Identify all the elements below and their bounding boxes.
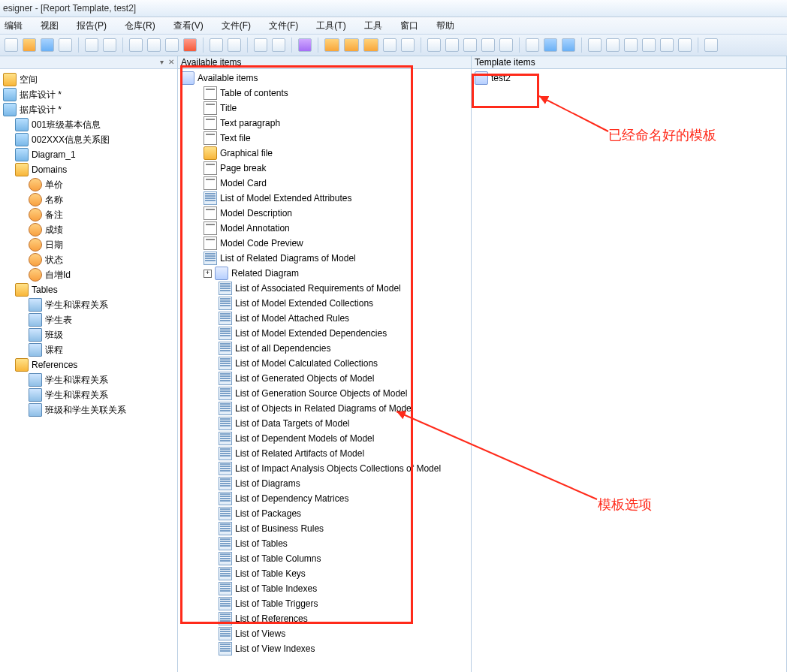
- tree-node[interactable]: 据库设计 *: [2, 87, 176, 102]
- available-item[interactable]: List of Related Artifacts of Model: [178, 446, 471, 461]
- toolbar-zoom-icon[interactable]: [704, 38, 718, 52]
- toolbar-folder-icon[interactable]: [324, 38, 339, 52]
- tree-node[interactable]: 001班级基本信息: [2, 117, 176, 132]
- available-item[interactable]: List of all Dependencies: [178, 341, 471, 356]
- menu-bar[interactable]: 编辑视图报告(P)仓库(R)查看(V)文件(F)文件(F)工具(T)工具窗口帮助: [0, 17, 787, 35]
- toolbar-copy-icon[interactable]: [147, 38, 161, 52]
- expand-icon[interactable]: +: [204, 270, 212, 278]
- available-item[interactable]: List of Generation Source Objects of Mod…: [178, 386, 471, 401]
- toolbar-align-1[interactable]: [588, 38, 602, 52]
- available-item[interactable]: List of Table Triggers: [178, 596, 471, 611]
- toolbar-btn-10[interactable]: [526, 38, 539, 52]
- toolbar-btn-2[interactable]: [272, 38, 285, 52]
- menu-item[interactable]: 工具: [364, 20, 382, 32]
- toolbar-btn-3[interactable]: [383, 38, 397, 52]
- available-item[interactable]: List of Related Diagrams of Model: [178, 251, 471, 266]
- tree-node[interactable]: 据库设计 *: [2, 102, 176, 117]
- available-item[interactable]: List of Packages: [178, 506, 471, 521]
- tree-node[interactable]: 学生和课程关系: [2, 297, 176, 312]
- available-item[interactable]: List of Table Keys: [178, 566, 471, 581]
- toolbar-align-2[interactable]: [606, 38, 620, 52]
- toolbar-align-4[interactable]: [642, 38, 656, 52]
- available-item[interactable]: Page break: [178, 161, 471, 176]
- toolbar-align-5[interactable]: [660, 38, 674, 52]
- available-item[interactable]: Model Code Preview: [178, 236, 471, 251]
- tree-node[interactable]: 班级: [2, 327, 176, 342]
- available-item[interactable]: Title: [178, 101, 471, 116]
- available-item[interactable]: List of Associated Requirements of Model: [178, 281, 471, 296]
- menu-item[interactable]: 编辑: [5, 20, 23, 32]
- menu-item[interactable]: 文件(F): [269, 20, 298, 32]
- tree-node[interactable]: References: [2, 357, 176, 372]
- toolbar-folder-open-icon[interactable]: [344, 38, 359, 52]
- toolbar-btn-5[interactable]: [427, 38, 441, 52]
- toolbar-btn-7[interactable]: [463, 38, 477, 52]
- toolbar-redo-icon[interactable]: [228, 38, 241, 52]
- object-tree[interactable]: 空间据库设计 *据库设计 *001班级基本信息002XXX信息关系图Diagra…: [0, 69, 177, 420]
- available-item[interactable]: List of Model Extended Dependencies: [178, 326, 471, 341]
- available-item[interactable]: List of Business Rules: [178, 521, 471, 536]
- available-item[interactable]: List of Model Extended Attributes: [178, 191, 471, 206]
- toolbar-open-icon[interactable]: [23, 38, 36, 52]
- tree-node[interactable]: 名称: [2, 192, 176, 207]
- tree-node[interactable]: 单价: [2, 177, 176, 192]
- available-item[interactable]: List of Tables: [178, 536, 471, 551]
- available-item[interactable]: Text paragraph: [178, 116, 471, 131]
- toolbar-props-icon[interactable]: [103, 38, 116, 52]
- toolbar-btn-4[interactable]: [401, 38, 415, 52]
- toolbar-undo-icon[interactable]: [210, 38, 223, 52]
- toolbar-align-6[interactable]: [678, 38, 692, 52]
- available-item[interactable]: List of Views: [178, 626, 471, 641]
- toolbar-new-icon[interactable]: [5, 38, 18, 52]
- available-item[interactable]: List of Data Targets of Model: [178, 416, 471, 431]
- toolbar-arrow-right-icon[interactable]: [562, 38, 575, 52]
- toolbar-cut-icon[interactable]: [129, 38, 143, 52]
- tree-node[interactable]: Domains: [2, 162, 176, 177]
- template-items-tree[interactable]: test2: [472, 69, 786, 87]
- menu-item[interactable]: 视图: [41, 20, 59, 32]
- menu-item[interactable]: 帮助: [436, 20, 454, 32]
- available-item[interactable]: Model Card: [178, 176, 471, 191]
- available-item[interactable]: Model Annotation: [178, 221, 471, 236]
- menu-item[interactable]: 查看(V): [173, 20, 204, 32]
- toolbar-paste-icon[interactable]: [165, 38, 179, 52]
- toolbar-align-3[interactable]: [624, 38, 638, 52]
- tree-node[interactable]: 学生和课程关系: [2, 372, 176, 387]
- toolbar-btn-6[interactable]: [445, 38, 459, 52]
- available-item[interactable]: Table of contents: [178, 86, 471, 101]
- menu-item[interactable]: 工具(T): [316, 20, 345, 32]
- tree-node[interactable]: 班级和学生关联关系: [2, 402, 176, 417]
- toolbar-save-icon[interactable]: [41, 38, 54, 52]
- tree-node[interactable]: 备注: [2, 207, 176, 222]
- tree-node[interactable]: Tables: [2, 282, 176, 297]
- available-item[interactable]: List of View Indexes: [178, 641, 471, 656]
- available-item[interactable]: List of Dependency Matrices: [178, 491, 471, 506]
- toolbar-btn-8[interactable]: [481, 38, 495, 52]
- tree-node[interactable]: 状态: [2, 252, 176, 267]
- tree-node[interactable]: 自增Id: [2, 267, 176, 282]
- available-item[interactable]: List of Table Columns: [178, 551, 471, 566]
- tree-node[interactable]: Diagram_1: [2, 147, 176, 162]
- toolbar-btn-9[interactable]: [499, 38, 513, 52]
- available-item[interactable]: Graphical file: [178, 146, 471, 161]
- available-item[interactable]: List of Objects in Related Diagrams of M…: [178, 401, 471, 416]
- available-item[interactable]: List of Impact Analysis Objects Collecti…: [178, 461, 471, 476]
- available-item[interactable]: List of Model Extended Collections: [178, 296, 471, 311]
- pin-icon[interactable]: ▾: [160, 58, 164, 66]
- tree-node[interactable]: 成绩: [2, 222, 176, 237]
- template-root-node[interactable]: test2: [472, 71, 786, 86]
- available-item[interactable]: Text file: [178, 131, 471, 146]
- tree-node[interactable]: 日期: [2, 237, 176, 252]
- tree-node[interactable]: 空间: [2, 72, 176, 87]
- toolbar-search-icon[interactable]: [85, 38, 98, 52]
- available-item[interactable]: Model Description: [178, 206, 471, 221]
- toolbar-print-icon[interactable]: [59, 38, 72, 52]
- available-item[interactable]: List of Model Calculated Collections: [178, 356, 471, 371]
- available-item[interactable]: List of Diagrams: [178, 476, 471, 491]
- tree-node[interactable]: 学生和课程关系: [2, 387, 176, 402]
- toolbar-arrow-left-icon[interactable]: [544, 38, 557, 52]
- available-item[interactable]: List of Table Indexes: [178, 581, 471, 596]
- available-root-node[interactable]: Available items: [178, 71, 471, 86]
- available-item[interactable]: List of Dependent Models of Model: [178, 431, 471, 446]
- menu-item[interactable]: 窗口: [400, 20, 418, 32]
